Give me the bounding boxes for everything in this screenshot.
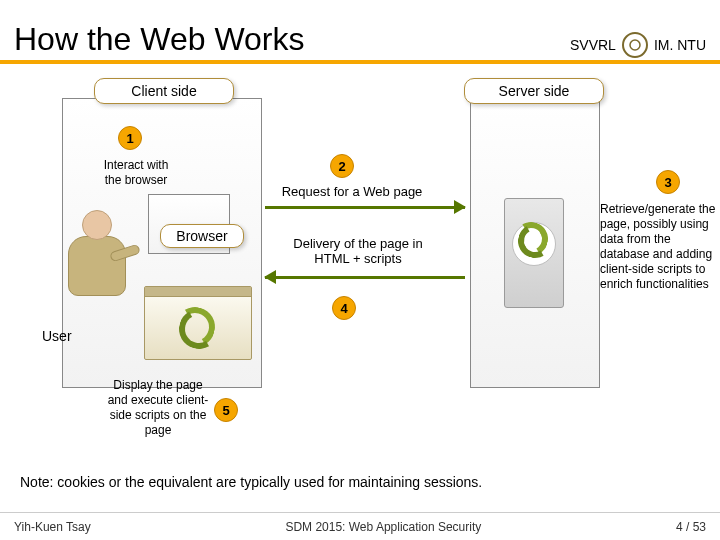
step-4-text: Delivery of the page in HTML + scripts xyxy=(278,236,438,266)
step-3-badge: 3 xyxy=(656,170,680,194)
step-2-text: Request for a Web page xyxy=(272,184,432,199)
footer-venue: SDM 2015: Web Application Security xyxy=(285,520,481,534)
affiliation: SVVRL IM. NTU xyxy=(570,32,706,58)
footer-page: 4 / 53 xyxy=(676,520,706,534)
user-label: User xyxy=(42,328,92,344)
client-side-label: Client side xyxy=(94,78,234,104)
svg-point-0 xyxy=(630,40,640,50)
step-1-text: Interact with the browser xyxy=(86,158,186,188)
note-text: Note: cookies or the equivalent are typi… xyxy=(20,474,700,490)
server-icon xyxy=(500,194,570,314)
step-3-text: Retrieve/generate the page, possibly usi… xyxy=(600,202,718,292)
step-5-text: Display the page and execute client-side… xyxy=(106,378,210,438)
affiliation-left: SVVRL xyxy=(570,37,616,53)
step-2-badge: 2 xyxy=(330,154,354,178)
diagram-canvas: Client side Server side User Browser 1 I… xyxy=(0,64,720,494)
user-icon xyxy=(58,204,138,334)
request-arrow-icon xyxy=(265,206,465,209)
footer-author: Yih-Kuen Tsay xyxy=(14,520,91,534)
page-title: How the Web Works xyxy=(14,21,304,58)
response-arrow-icon xyxy=(265,276,465,279)
affiliation-right: IM. NTU xyxy=(654,37,706,53)
step-5-badge: 5 xyxy=(214,398,238,422)
slide-footer: Yih-Kuen Tsay SDM 2015: Web Application … xyxy=(0,512,720,540)
browser-window-icon xyxy=(144,286,252,360)
step-1-badge: 1 xyxy=(118,126,142,150)
slide-header: How the Web Works SVVRL IM. NTU xyxy=(0,0,720,64)
server-side-label: Server side xyxy=(464,78,604,104)
university-seal-icon xyxy=(622,32,648,58)
browser-label-box: Browser xyxy=(160,224,244,248)
step-4-badge: 4 xyxy=(332,296,356,320)
